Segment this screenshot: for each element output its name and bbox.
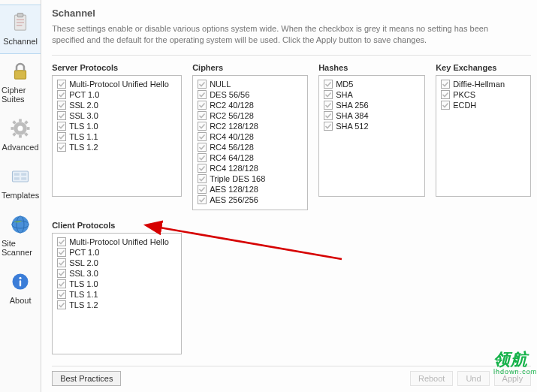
- checkbox-item[interactable]: SHA 256: [324, 100, 420, 110]
- checkbox-label: SSL 2.0: [69, 101, 98, 110]
- server-protocols-group: Server Protocols Multi-Protocol Unified …: [52, 63, 182, 210]
- checkbox-box: [324, 80, 333, 89]
- watermark-brand: 领航: [493, 350, 528, 369]
- svg-line-13: [26, 134, 28, 136]
- svg-point-7: [18, 126, 23, 131]
- checkbox-item[interactable]: SSL 2.0: [57, 100, 176, 110]
- checkbox-box: [198, 195, 207, 204]
- checkbox-item[interactable]: Triple DES 168: [198, 173, 303, 184]
- checkbox-label: RC4 40/128: [210, 132, 254, 141]
- checkbox-box: [198, 153, 207, 162]
- checkbox-label: TLS 1.2: [69, 300, 98, 309]
- sidebar-item-templates[interactable]: Templates: [0, 159, 41, 207]
- sidebar-item-schannel[interactable]: Schannel: [0, 5, 41, 54]
- checkbox-box: [198, 143, 207, 152]
- checkbox-label: SHA 512: [336, 122, 368, 131]
- watermark-sub: lhdown.com: [493, 368, 537, 375]
- checkbox-box: [324, 122, 333, 131]
- checkbox-item[interactable]: RC4 40/128: [198, 131, 303, 142]
- checkbox-box: [198, 132, 207, 141]
- checkbox-box: [441, 80, 450, 89]
- page-title: Schannel: [52, 8, 531, 19]
- checkbox-box: [198, 111, 207, 120]
- checkbox-item[interactable]: SHA 384: [324, 110, 420, 121]
- checkbox-item[interactable]: PKCS: [441, 89, 526, 100]
- svg-rect-17: [14, 173, 20, 176]
- checkbox-item[interactable]: SSL 2.0: [57, 258, 176, 268]
- checkbox-label: RC4 64/128: [210, 153, 254, 162]
- checkbox-box: [324, 90, 333, 99]
- main-panel: Schannel These settings enable or disabl…: [41, 0, 537, 392]
- checkbox-label: MD5: [336, 80, 353, 89]
- svg-point-25: [20, 277, 22, 279]
- sidebar-item-label: About: [10, 296, 32, 305]
- ciphers-list: NULLDES 56/56RC2 40/128RC2 56/128RC2 128…: [192, 75, 308, 210]
- checkbox-label: Multi-Protocol Unified Hello: [69, 237, 169, 246]
- reboot-button[interactable]: Reboot: [410, 371, 453, 386]
- checkbox-label: NULL: [210, 80, 231, 89]
- checkbox-item[interactable]: DES 56/56: [198, 89, 303, 100]
- info-icon: [7, 270, 34, 293]
- checkbox-item[interactable]: RC4 128/128: [198, 163, 303, 173]
- checkbox-label: Multi-Protocol Unified Hello: [69, 80, 169, 89]
- checkbox-item[interactable]: RC2 128/128: [198, 121, 303, 131]
- checkbox-item[interactable]: Multi-Protocol Unified Hello: [57, 79, 176, 89]
- checkbox-item[interactable]: RC2 40/128: [198, 100, 303, 110]
- group-title: Ciphers: [192, 63, 308, 72]
- group-title: Key Exchanges: [436, 63, 531, 72]
- checkbox-item[interactable]: SHA 512: [324, 121, 420, 131]
- best-practices-button[interactable]: Best Practices: [52, 371, 121, 386]
- checkbox-box: [198, 174, 207, 183]
- checkbox-item[interactable]: TLS 1.2: [57, 142, 176, 152]
- svg-rect-16: [13, 171, 29, 182]
- checkbox-item[interactable]: Diffie-Hellman: [441, 79, 526, 89]
- checkbox-item[interactable]: SSL 3.0: [57, 110, 176, 121]
- checkbox-label: Triple DES 168: [210, 174, 265, 183]
- checkbox-item[interactable]: PCT 1.0: [57, 89, 176, 100]
- checkbox-item[interactable]: RC4 64/128: [198, 152, 303, 163]
- checkbox-item[interactable]: TLS 1.1: [57, 289, 176, 300]
- checkbox-label: Diffie-Hellman: [453, 80, 505, 89]
- checkbox-box: [198, 90, 207, 99]
- checkbox-item[interactable]: RC4 56/128: [198, 142, 303, 152]
- checkbox-item[interactable]: NULL: [198, 79, 303, 89]
- und-button[interactable]: Und: [457, 371, 489, 386]
- checkbox-box: [57, 132, 66, 141]
- svg-line-15: [26, 122, 28, 124]
- checkbox-label: AES 128/128: [210, 185, 258, 194]
- sidebar-item-site-scanner[interactable]: Site Scanner: [0, 207, 41, 264]
- checkbox-item[interactable]: SSL 3.0: [57, 268, 176, 279]
- sidebar-item-advanced[interactable]: Advanced: [0, 111, 41, 159]
- checkbox-item[interactable]: Multi-Protocol Unified Hello: [57, 237, 176, 247]
- checkbox-label: PKCS: [453, 90, 475, 99]
- checkbox-item[interactable]: ECDH: [441, 100, 526, 110]
- checkbox-item[interactable]: TLS 1.0: [57, 121, 176, 131]
- svg-rect-26: [20, 280, 21, 286]
- checkbox-box: [198, 80, 207, 89]
- checkbox-item[interactable]: PCT 1.0: [57, 247, 176, 258]
- checkbox-item[interactable]: AES 256/256: [198, 194, 303, 205]
- svg-line-14: [14, 134, 16, 136]
- checkbox-item[interactable]: MD5: [324, 79, 420, 89]
- checkbox-item[interactable]: SHA: [324, 89, 420, 100]
- sidebar-item-label: Templates: [2, 191, 39, 200]
- checkbox-box: [57, 143, 66, 152]
- svg-rect-18: [21, 173, 26, 176]
- checkbox-box: [57, 111, 66, 120]
- checkbox-box: [57, 237, 66, 246]
- checkbox-item[interactable]: AES 128/128: [198, 184, 303, 194]
- checkbox-item[interactable]: TLS 1.0: [57, 279, 176, 289]
- checkbox-item[interactable]: RC2 56/128: [198, 110, 303, 121]
- checkbox-label: RC2 40/128: [210, 101, 254, 110]
- group-title: Server Protocols: [52, 63, 182, 72]
- svg-line-12: [14, 122, 16, 124]
- sidebar-item-about[interactable]: About: [0, 264, 41, 312]
- checkbox-box: [198, 185, 207, 194]
- checkbox-item[interactable]: TLS 1.2: [57, 300, 176, 310]
- group-title: Hashes: [318, 63, 425, 72]
- client-protocols-group: Client Protocols Multi-Protocol Unified …: [52, 221, 182, 354]
- checkbox-item[interactable]: TLS 1.1: [57, 131, 176, 142]
- checkbox-box: [441, 90, 450, 99]
- sidebar-item-cipher-suites[interactable]: Cipher Suites: [0, 54, 41, 111]
- checkbox-box: [57, 290, 66, 299]
